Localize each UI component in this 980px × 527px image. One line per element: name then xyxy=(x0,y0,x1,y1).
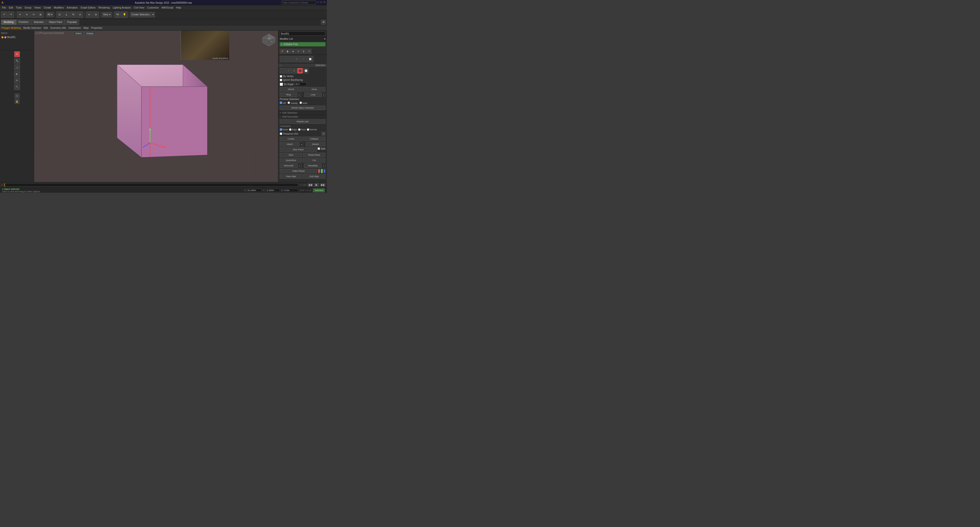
remove-modifier-btn[interactable]: 🗑 xyxy=(301,49,306,54)
display-tab-icon[interactable]: 👁 xyxy=(14,78,20,83)
menu-group[interactable]: Group xyxy=(25,6,32,9)
preserve-uvs-checkbox[interactable] xyxy=(280,132,282,135)
tessellate-btn[interactable]: Tessellate xyxy=(304,164,322,168)
msmooth-btn[interactable]: MSmooth xyxy=(280,164,298,168)
angle-snap-btn[interactable]: ∠ xyxy=(63,11,70,18)
sel-vertex-icon[interactable]: · xyxy=(280,68,285,73)
grow-btn[interactable]: Grow xyxy=(303,87,325,91)
next-frame-btn[interactable]: ▶▶ xyxy=(320,183,325,187)
scene-item-box001[interactable]: Box001 xyxy=(1,35,33,39)
preview-off-radio[interactable] xyxy=(280,102,282,104)
move-btn[interactable]: ✛ xyxy=(24,11,30,18)
modifier-list-arrow[interactable]: ▾ xyxy=(324,38,325,40)
view-align-btn[interactable]: View Align xyxy=(280,174,302,178)
menu-maxscript[interactable]: MAXScript xyxy=(162,6,173,9)
constraint-normal-radio[interactable] xyxy=(307,128,309,131)
y-axis-btn[interactable]: Y xyxy=(321,169,323,173)
lock-icon[interactable]: 🔒 xyxy=(14,99,19,104)
ring-arrow-btn[interactable]: ▸ xyxy=(298,92,301,97)
menu-tools[interactable]: Tools xyxy=(16,6,21,9)
mirror-btn[interactable]: ⇔ xyxy=(86,11,92,18)
x-axis-btn[interactable]: X xyxy=(318,169,320,173)
constraint-face-label[interactable]: Face xyxy=(298,128,306,131)
modeling-options-btn[interactable]: ⚙ xyxy=(321,20,326,25)
element-mode-btn[interactable]: ⬜ xyxy=(307,56,313,62)
viewport-tab-select[interactable]: Select xyxy=(73,32,84,35)
camera-btn[interactable]: 📷 xyxy=(115,11,121,18)
constraint-edge-label[interactable]: Edge xyxy=(289,128,297,131)
menu-help[interactable]: Help xyxy=(176,6,181,9)
navigation-cube[interactable]: TOP FR L xyxy=(261,33,276,47)
editable-poly-modifier[interactable]: ▪ Editable Poly xyxy=(280,42,325,46)
tab-selection[interactable]: Selection xyxy=(31,19,46,25)
menu-modifiers[interactable]: Modifiers xyxy=(54,6,64,9)
slice-btn[interactable]: Slice xyxy=(280,153,302,157)
maximize-btn[interactable]: □ xyxy=(320,1,322,5)
sel-polygon-icon[interactable]: ⬛ xyxy=(298,68,303,73)
shrink-btn[interactable]: Shrink xyxy=(280,87,302,91)
preview-subobj-label[interactable]: Subobj xyxy=(288,102,298,104)
preview-off-label[interactable]: Off xyxy=(280,102,286,104)
utilities-tab-icon[interactable]: 🔨 xyxy=(14,84,20,90)
select-btn[interactable]: ✦ xyxy=(17,11,23,18)
msmooth-arrow-btn[interactable]: ▸ xyxy=(299,164,301,168)
timeline-track[interactable] xyxy=(4,183,298,187)
grid-align-btn[interactable]: Grid Align xyxy=(303,174,325,178)
selection-section-header[interactable]: ─ Selection xyxy=(278,64,327,67)
lock-stack-btn[interactable]: 🔒 xyxy=(285,49,290,54)
tab-freeform[interactable]: Freeform xyxy=(16,19,31,25)
menu-create[interactable]: Create xyxy=(44,6,51,9)
selection-filter-dropdown[interactable]: All▾ xyxy=(46,12,54,18)
collapse-btn[interactable]: Collapse xyxy=(303,137,325,141)
percent-snap-btn[interactable]: % xyxy=(70,11,76,18)
subtab-modify-selection[interactable]: Modify Selection xyxy=(24,27,41,29)
tab-populate[interactable]: Populate xyxy=(65,19,79,25)
make-planar-btn[interactable]: Make Planar xyxy=(280,169,317,173)
border-mode-btn[interactable]: ⬡ xyxy=(293,56,300,62)
viewport[interactable]: [+] [Perspective] [Shaded] Select Displa… xyxy=(34,31,278,182)
menu-edit[interactable]: Edit xyxy=(9,6,13,9)
prev-frame-btn[interactable]: ◀◀ xyxy=(308,183,313,187)
soft-selection-header[interactable]: + Soft Selection xyxy=(278,111,327,115)
attach-btn[interactable]: Attach xyxy=(280,142,299,146)
snap-toggle-btn[interactable]: ⊡ xyxy=(56,11,63,18)
create-selection-dropdown[interactable]: Create Selection...▾ xyxy=(130,12,155,18)
pin-stack-btn[interactable]: 📌 xyxy=(280,49,285,54)
undo-btn[interactable]: ↶ xyxy=(1,11,7,18)
split-checkbox[interactable] xyxy=(318,147,320,150)
preview-subobj-radio[interactable] xyxy=(288,102,290,104)
x-coord-input[interactable] xyxy=(247,189,261,192)
z-axis-btn[interactable]: Z xyxy=(324,169,326,173)
create-btn[interactable]: Create xyxy=(280,137,302,141)
menu-rendering[interactable]: Rendering xyxy=(99,6,110,9)
menu-civil[interactable]: Civil View xyxy=(134,6,144,9)
modify-tab-icon[interactable]: 🔧 xyxy=(14,58,20,64)
hierarchy-tab-icon[interactable]: ⊿ xyxy=(14,64,20,70)
tab-object-paint[interactable]: Object Paint xyxy=(46,19,64,25)
scale-btn[interactable]: ⊞ xyxy=(37,11,44,18)
menu-lighting[interactable]: Lighting Analysis xyxy=(113,6,131,9)
subtab-align[interactable]: Align xyxy=(83,27,89,29)
vertex-mode-btn[interactable]: · xyxy=(280,56,286,62)
edge-mode-btn[interactable]: / xyxy=(286,56,293,62)
y-coord-input[interactable] xyxy=(266,189,280,192)
subtab-properties[interactable]: Properties xyxy=(91,27,102,29)
constraint-face-radio[interactable] xyxy=(298,128,301,131)
constraint-normal-label[interactable]: Normal xyxy=(307,128,317,131)
menu-graph-editors[interactable]: Graph Editors xyxy=(81,6,95,9)
subtab-geometry-all[interactable]: Geometry (All) xyxy=(50,27,66,29)
subtab-subdivision[interactable]: Subdivision xyxy=(68,27,81,29)
create-tab-icon[interactable]: ✦ xyxy=(14,51,20,57)
by-vertex-checkbox[interactable] xyxy=(280,75,282,78)
detach-btn[interactable]: Detach xyxy=(305,142,325,146)
tessellate-arrow-btn[interactable]: ▸ xyxy=(323,164,325,168)
configure-modifier-btn[interactable]: ⚙ xyxy=(307,49,312,54)
preview-multi-label[interactable]: Multi xyxy=(299,102,307,104)
reset-plane-btn[interactable]: Reset Plane xyxy=(303,153,325,157)
by-angle-checkbox[interactable] xyxy=(280,83,283,86)
repeat-last-btn[interactable]: Repeat Last xyxy=(280,119,325,124)
constraint-none-radio[interactable] xyxy=(280,128,282,131)
window-controls[interactable]: ─ □ ✕ xyxy=(282,1,325,5)
constraint-edge-radio[interactable] xyxy=(289,128,291,131)
tab-modeling[interactable]: Modeling xyxy=(1,19,16,25)
